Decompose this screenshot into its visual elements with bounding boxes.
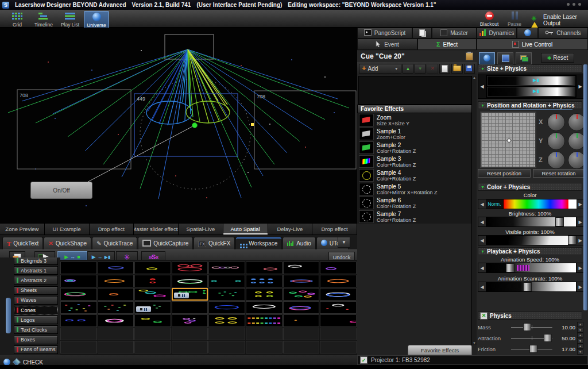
grid-cell[interactable] xyxy=(208,328,245,340)
pause-button[interactable]: Pause xyxy=(504,11,525,28)
spinner-up-button[interactable]: ▲ xyxy=(577,344,583,349)
spinner-down-button[interactable]: ▼ xyxy=(577,349,583,355)
animation-scanrate-track[interactable] xyxy=(486,282,577,291)
grid-cell[interactable] xyxy=(98,275,134,287)
grid-cell[interactable] xyxy=(320,341,357,353)
grid-cell[interactable] xyxy=(246,275,283,287)
grid-cell[interactable] xyxy=(98,341,134,353)
grid-cell[interactable] xyxy=(60,301,97,314)
window-control-dot[interactable] xyxy=(572,3,575,6)
sidebar-item-boxes[interactable]: Boxes xyxy=(14,336,58,344)
cue-clipboard-icon[interactable] xyxy=(466,52,473,60)
grid-cell[interactable] xyxy=(320,288,357,301)
grid-cell[interactable] xyxy=(172,301,208,314)
grid-cell[interactable] xyxy=(246,301,283,314)
tab-dynamics[interactable]: Dynamics xyxy=(477,28,517,39)
reset-rotation-button[interactable]: Reset rotation xyxy=(533,169,585,178)
sidebar-item-logos[interactable]: Logos xyxy=(14,316,58,324)
grid-cell[interactable] xyxy=(172,314,208,327)
tab-quickfx[interactable]: FXQuickFX xyxy=(194,237,235,249)
visible-points-track[interactable] xyxy=(486,236,577,245)
favorite-effects-bottom-tab[interactable]: Favorite Effects xyxy=(408,345,472,355)
grid-cell[interactable] xyxy=(134,328,171,340)
favorite-effect-item[interactable]: Sample 4Color+Rotation Z xyxy=(357,168,472,182)
blackout-button[interactable]: Blackout xyxy=(477,11,502,28)
color-mode-chip[interactable]: Norm. xyxy=(486,199,504,209)
grid-cell[interactable] xyxy=(134,275,171,287)
favorite-effect-item[interactable]: Sample 2Color+Rotation Z xyxy=(357,141,472,155)
grid-cell[interactable] xyxy=(172,341,208,353)
section-color-physics[interactable]: ▼ Color + Physics xyxy=(478,183,582,191)
sidebar-item-fans-of-beams[interactable]: Fans of Beams xyxy=(14,345,58,354)
brightness-track[interactable] xyxy=(486,217,577,226)
grid-cell[interactable] xyxy=(283,341,320,353)
view-button-universe[interactable]: Universe xyxy=(84,11,109,29)
grid-cell[interactable] xyxy=(208,301,245,314)
grid-cell[interactable]: Σ xyxy=(172,288,208,301)
tab-master[interactable]: Master xyxy=(432,28,477,39)
grid-cell[interactable] xyxy=(320,275,357,287)
tab-globe-icon[interactable] xyxy=(517,28,538,39)
physics-checkbox[interactable]: ✕ xyxy=(480,312,488,320)
physics-slider-track[interactable] xyxy=(509,345,554,353)
reset-position-button[interactable]: Reset position xyxy=(478,169,531,178)
section-position-rotation[interactable]: ▼ Position and Rotation + Physics xyxy=(478,101,582,109)
view-button-timeline[interactable]: Timeline xyxy=(31,11,56,29)
grid-cell[interactable] xyxy=(283,301,320,314)
delete-effect-button[interactable]: ✕ xyxy=(427,64,438,74)
reset-button[interactable]: ✱ Reset xyxy=(541,53,574,63)
sidebar-item-text-clocks[interactable]: Text Clocks xyxy=(14,325,58,334)
spinner-down-button[interactable]: ▼ xyxy=(577,328,583,333)
grid-cell[interactable] xyxy=(98,288,134,301)
onoff-button[interactable]: On/Off xyxy=(30,182,92,199)
live-mode-layers-button[interactable] xyxy=(516,52,532,64)
animation-speed-track[interactable] xyxy=(486,263,577,272)
position-knob-z[interactable] xyxy=(547,151,565,169)
slider-left-arrow[interactable]: ◀ xyxy=(478,199,486,209)
sidebar-item-cones[interactable]: Cones xyxy=(14,306,58,314)
zone-tab-delay-live[interactable]: Delay-Live xyxy=(268,223,313,235)
tab-copy-icon[interactable] xyxy=(412,28,432,39)
save-effect-button[interactable] xyxy=(464,64,475,74)
zone-rect-center[interactable] xyxy=(134,94,238,156)
new-effect-button[interactable] xyxy=(439,64,450,74)
favorite-effect-item[interactable]: Sample 1Zoom+Color xyxy=(357,127,472,141)
grid-cell[interactable] xyxy=(320,262,357,274)
slider-left-arrow[interactable]: ◀ xyxy=(478,236,486,245)
quick-tabs-dropdown-button[interactable]: ▼ xyxy=(338,237,350,248)
move-down-button[interactable]: ▼ xyxy=(415,64,425,74)
grid-cell[interactable] xyxy=(60,275,97,287)
zone-tab-spatial-live[interactable]: Spatial-Live xyxy=(179,223,223,235)
physics-slider-handle[interactable] xyxy=(544,334,552,342)
favorite-effect-item[interactable]: ZoomSize X+Size Y xyxy=(357,113,472,127)
grid-cell[interactable] xyxy=(98,262,134,274)
physics-slider-track[interactable] xyxy=(509,334,554,342)
grid-cell[interactable] xyxy=(60,314,97,327)
zone-rect-left[interactable] xyxy=(17,90,131,169)
live-panel-scrollbar[interactable] xyxy=(583,64,587,310)
view-button-play-list[interactable]: Play List xyxy=(57,11,83,29)
center-handle-dot[interactable] xyxy=(192,123,198,128)
slider-left-arrow[interactable]: ◀ xyxy=(478,263,486,272)
section-playback-physics[interactable]: ▼ Playback + Physics xyxy=(478,247,582,255)
tab-audio[interactable]: Audio xyxy=(283,237,316,249)
section-size-physics[interactable]: ▼ Size + Physics xyxy=(478,64,582,72)
tab-quicktext[interactable]: TQuickText xyxy=(2,237,43,249)
tab-quicktrace[interactable]: ✎QuickTrace xyxy=(92,237,137,249)
sidebar-item-abstracts-1[interactable]: Abstracts 1 xyxy=(14,266,58,275)
grid-cell[interactable] xyxy=(283,262,320,274)
yellow-handle-dot[interactable] xyxy=(251,123,254,126)
grid-cell[interactable] xyxy=(246,288,283,301)
grid-cell[interactable] xyxy=(172,328,208,340)
visible-points-handle[interactable] xyxy=(568,236,577,245)
zone-tab-auto-spatial[interactable]: Auto Spatial xyxy=(223,223,268,235)
spinner-down-button[interactable]: ▼ xyxy=(577,339,583,344)
grid-cell[interactable] xyxy=(208,275,245,287)
grid-cell[interactable] xyxy=(246,262,283,274)
spinner-up-button[interactable]: ▲ xyxy=(577,322,583,327)
sidebar-item-sheets[interactable]: Sheets xyxy=(14,286,58,295)
enable-laser-label[interactable]: Enable Laser Output xyxy=(543,14,588,26)
animation-speed-handle[interactable] xyxy=(506,263,514,272)
physics-slider-handle[interactable] xyxy=(529,345,537,353)
favorite-effect-item[interactable]: Sample 5Color+Mirror X+Rotation Z xyxy=(357,182,472,196)
